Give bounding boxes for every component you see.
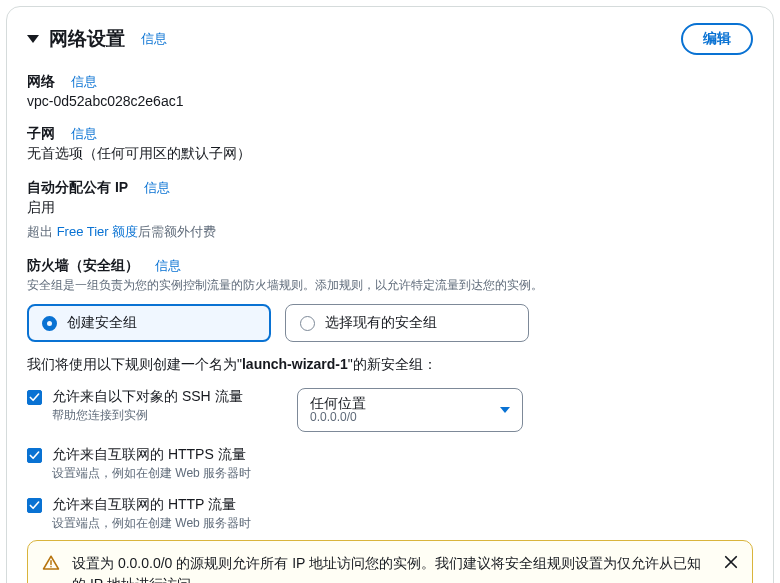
http-label: 允许来自互联网的 HTTP 流量 bbox=[52, 496, 251, 514]
subnet-value: 无首选项（任何可用区的默认子网） bbox=[27, 145, 753, 163]
sg-name: launch-wizard-1 bbox=[242, 356, 348, 372]
firewall-field: 防火墙（安全组） 信息 安全组是一组负责为您的实例控制流量的防火墙规则。添加规则… bbox=[27, 257, 753, 532]
checkbox-https[interactable] bbox=[27, 448, 42, 463]
allow-http-row: 允许来自互联网的 HTTP 流量 设置端点，例如在创建 Web 服务器时 bbox=[27, 496, 753, 532]
firewall-hint: 安全组是一组负责为您的实例控制流量的防火墙规则。添加规则，以允许特定流量到达您的… bbox=[27, 277, 753, 294]
allow-ssh-row: 允许来自以下对象的 SSH 流量 帮助您连接到实例 任何位置 0.0.0.0/0 bbox=[27, 388, 753, 432]
radio-existing-sg[interactable]: 选择现有的安全组 bbox=[285, 304, 529, 342]
info-link[interactable]: 信息 bbox=[155, 257, 181, 275]
network-value: vpc-0d52abc028c2e6ac1 bbox=[27, 93, 753, 109]
radio-icon bbox=[42, 316, 57, 331]
warning-icon bbox=[42, 554, 60, 575]
https-hint: 设置端点，例如在创建 Web 服务器时 bbox=[52, 465, 251, 482]
ssh-hint: 帮助您连接到实例 bbox=[52, 407, 243, 424]
subnet-label: 子网 bbox=[27, 125, 55, 143]
close-icon[interactable] bbox=[724, 555, 738, 572]
ssh-label: 允许来自以下对象的 SSH 流量 bbox=[52, 388, 243, 406]
network-field: 网络 信息 vpc-0d52abc028c2e6ac1 bbox=[27, 73, 753, 109]
sg-create-text: 我们将使用以下规则创建一个名为"launch-wizard-1"的新安全组： bbox=[27, 356, 753, 374]
svg-point-1 bbox=[50, 566, 52, 568]
free-tier-link[interactable]: Free Tier 额度 bbox=[57, 224, 139, 239]
public-ip-label: 自动分配公有 IP bbox=[27, 179, 128, 197]
subnet-field: 子网 信息 无首选项（任何可用区的默认子网） bbox=[27, 125, 753, 163]
checkbox-http[interactable] bbox=[27, 498, 42, 513]
check-icon bbox=[29, 392, 40, 403]
panel-title-wrap[interactable]: 网络设置 信息 bbox=[27, 26, 167, 52]
radio-create-sg[interactable]: 创建安全组 bbox=[27, 304, 271, 342]
ssh-source-select[interactable]: 任何位置 0.0.0.0/0 bbox=[297, 388, 523, 432]
public-ip-value: 启用 bbox=[27, 199, 753, 217]
radio-icon bbox=[300, 316, 315, 331]
radio-label: 选择现有的安全组 bbox=[325, 314, 437, 332]
network-settings-panel: 网络设置 信息 编辑 网络 信息 vpc-0d52abc028c2e6ac1 子… bbox=[6, 6, 774, 583]
info-link[interactable]: 信息 bbox=[141, 30, 167, 48]
panel-header: 网络设置 信息 编辑 bbox=[27, 23, 753, 55]
info-link[interactable]: 信息 bbox=[71, 125, 97, 143]
https-label: 允许来自互联网的 HTTPS 流量 bbox=[52, 446, 251, 464]
sg-radio-group: 创建安全组 选择现有的安全组 bbox=[27, 304, 753, 342]
info-link[interactable]: 信息 bbox=[71, 73, 97, 91]
radio-label: 创建安全组 bbox=[67, 314, 137, 332]
check-icon bbox=[29, 450, 40, 461]
chevron-down-icon bbox=[500, 407, 510, 413]
allow-https-row: 允许来自互联网的 HTTPS 流量 设置端点，例如在创建 Web 服务器时 bbox=[27, 446, 753, 482]
caret-down-icon bbox=[27, 35, 39, 43]
public-ip-field: 自动分配公有 IP 信息 启用 超出 Free Tier 额度后需额外付费 bbox=[27, 179, 753, 241]
firewall-label: 防火墙（安全组） bbox=[27, 257, 139, 275]
checkbox-ssh[interactable] bbox=[27, 390, 42, 405]
network-label: 网络 bbox=[27, 73, 55, 91]
alert-text: 设置为 0.0.0.0/0 的源规则允许所有 IP 地址访问您的实例。我们建议将… bbox=[72, 553, 712, 583]
check-icon bbox=[29, 500, 40, 511]
warning-alert: 设置为 0.0.0.0/0 的源规则允许所有 IP 地址访问您的实例。我们建议将… bbox=[27, 540, 753, 583]
http-hint: 设置端点，例如在创建 Web 服务器时 bbox=[52, 515, 251, 532]
panel-title: 网络设置 bbox=[49, 26, 125, 52]
select-value-cidr: 0.0.0.0/0 bbox=[310, 411, 366, 425]
edit-button[interactable]: 编辑 bbox=[681, 23, 753, 55]
select-value-label: 任何位置 bbox=[310, 395, 366, 411]
free-tier-note: 超出 Free Tier 额度后需额外付费 bbox=[27, 223, 753, 241]
info-link[interactable]: 信息 bbox=[144, 179, 170, 197]
